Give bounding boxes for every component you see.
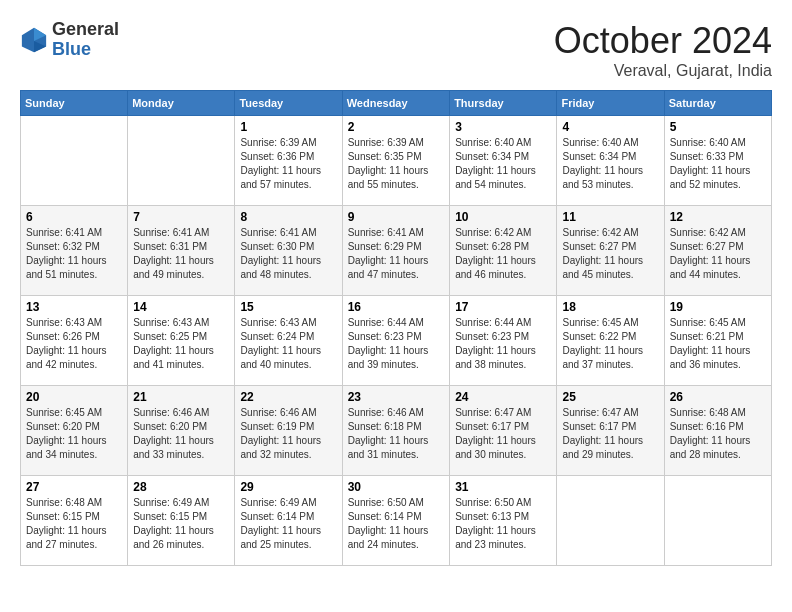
calendar-cell: 9 Sunrise: 6:41 AMSunset: 6:29 PMDayligh… <box>342 206 449 296</box>
day-info: Sunrise: 6:50 AMSunset: 6:14 PMDaylight:… <box>348 496 444 552</box>
calendar-cell: 16 Sunrise: 6:44 AMSunset: 6:23 PMDaylig… <box>342 296 449 386</box>
day-info: Sunrise: 6:46 AMSunset: 6:20 PMDaylight:… <box>133 406 229 462</box>
day-number: 3 <box>455 120 551 134</box>
calendar-cell: 13 Sunrise: 6:43 AMSunset: 6:26 PMDaylig… <box>21 296 128 386</box>
day-info: Sunrise: 6:45 AMSunset: 6:22 PMDaylight:… <box>562 316 658 372</box>
day-info: Sunrise: 6:39 AMSunset: 6:35 PMDaylight:… <box>348 136 444 192</box>
calendar-cell: 10 Sunrise: 6:42 AMSunset: 6:28 PMDaylig… <box>450 206 557 296</box>
calendar-cell <box>21 116 128 206</box>
day-info: Sunrise: 6:42 AMSunset: 6:27 PMDaylight:… <box>562 226 658 282</box>
calendar-cell: 12 Sunrise: 6:42 AMSunset: 6:27 PMDaylig… <box>664 206 771 296</box>
weekday-header: Thursday <box>450 91 557 116</box>
day-info: Sunrise: 6:43 AMSunset: 6:24 PMDaylight:… <box>240 316 336 372</box>
calendar-cell: 24 Sunrise: 6:47 AMSunset: 6:17 PMDaylig… <box>450 386 557 476</box>
day-info: Sunrise: 6:50 AMSunset: 6:13 PMDaylight:… <box>455 496 551 552</box>
day-info: Sunrise: 6:42 AMSunset: 6:27 PMDaylight:… <box>670 226 766 282</box>
day-number: 12 <box>670 210 766 224</box>
calendar-cell: 11 Sunrise: 6:42 AMSunset: 6:27 PMDaylig… <box>557 206 664 296</box>
day-number: 13 <box>26 300 122 314</box>
calendar-cell: 4 Sunrise: 6:40 AMSunset: 6:34 PMDayligh… <box>557 116 664 206</box>
day-info: Sunrise: 6:41 AMSunset: 6:31 PMDaylight:… <box>133 226 229 282</box>
day-info: Sunrise: 6:39 AMSunset: 6:36 PMDaylight:… <box>240 136 336 192</box>
calendar-cell <box>128 116 235 206</box>
weekday-header: Monday <box>128 91 235 116</box>
calendar-cell: 17 Sunrise: 6:44 AMSunset: 6:23 PMDaylig… <box>450 296 557 386</box>
calendar-cell: 29 Sunrise: 6:49 AMSunset: 6:14 PMDaylig… <box>235 476 342 566</box>
calendar-cell: 8 Sunrise: 6:41 AMSunset: 6:30 PMDayligh… <box>235 206 342 296</box>
day-number: 19 <box>670 300 766 314</box>
title-block: October 2024 Veraval, Gujarat, India <box>554 20 772 80</box>
day-number: 6 <box>26 210 122 224</box>
day-info: Sunrise: 6:45 AMSunset: 6:21 PMDaylight:… <box>670 316 766 372</box>
day-number: 22 <box>240 390 336 404</box>
day-info: Sunrise: 6:40 AMSunset: 6:33 PMDaylight:… <box>670 136 766 192</box>
day-info: Sunrise: 6:43 AMSunset: 6:26 PMDaylight:… <box>26 316 122 372</box>
page-header: General Blue October 2024 Veraval, Gujar… <box>20 20 772 80</box>
calendar-cell: 2 Sunrise: 6:39 AMSunset: 6:35 PMDayligh… <box>342 116 449 206</box>
day-info: Sunrise: 6:42 AMSunset: 6:28 PMDaylight:… <box>455 226 551 282</box>
calendar-cell: 3 Sunrise: 6:40 AMSunset: 6:34 PMDayligh… <box>450 116 557 206</box>
calendar-cell: 20 Sunrise: 6:45 AMSunset: 6:20 PMDaylig… <box>21 386 128 476</box>
day-info: Sunrise: 6:47 AMSunset: 6:17 PMDaylight:… <box>562 406 658 462</box>
day-number: 18 <box>562 300 658 314</box>
day-number: 4 <box>562 120 658 134</box>
day-info: Sunrise: 6:46 AMSunset: 6:18 PMDaylight:… <box>348 406 444 462</box>
calendar-cell: 26 Sunrise: 6:48 AMSunset: 6:16 PMDaylig… <box>664 386 771 476</box>
calendar-cell: 6 Sunrise: 6:41 AMSunset: 6:32 PMDayligh… <box>21 206 128 296</box>
calendar-cell: 1 Sunrise: 6:39 AMSunset: 6:36 PMDayligh… <box>235 116 342 206</box>
day-number: 30 <box>348 480 444 494</box>
calendar-cell <box>557 476 664 566</box>
day-number: 14 <box>133 300 229 314</box>
day-info: Sunrise: 6:40 AMSunset: 6:34 PMDaylight:… <box>562 136 658 192</box>
calendar-cell: 14 Sunrise: 6:43 AMSunset: 6:25 PMDaylig… <box>128 296 235 386</box>
day-info: Sunrise: 6:46 AMSunset: 6:19 PMDaylight:… <box>240 406 336 462</box>
day-number: 20 <box>26 390 122 404</box>
calendar-cell: 28 Sunrise: 6:49 AMSunset: 6:15 PMDaylig… <box>128 476 235 566</box>
day-number: 2 <box>348 120 444 134</box>
weekday-header: Friday <box>557 91 664 116</box>
day-info: Sunrise: 6:49 AMSunset: 6:14 PMDaylight:… <box>240 496 336 552</box>
day-number: 24 <box>455 390 551 404</box>
calendar-week-row: 1 Sunrise: 6:39 AMSunset: 6:36 PMDayligh… <box>21 116 772 206</box>
weekday-header: Tuesday <box>235 91 342 116</box>
calendar-cell: 5 Sunrise: 6:40 AMSunset: 6:33 PMDayligh… <box>664 116 771 206</box>
day-info: Sunrise: 6:43 AMSunset: 6:25 PMDaylight:… <box>133 316 229 372</box>
logo-icon <box>20 26 48 54</box>
day-number: 10 <box>455 210 551 224</box>
calendar-cell: 7 Sunrise: 6:41 AMSunset: 6:31 PMDayligh… <box>128 206 235 296</box>
day-number: 25 <box>562 390 658 404</box>
day-info: Sunrise: 6:49 AMSunset: 6:15 PMDaylight:… <box>133 496 229 552</box>
calendar-week-row: 27 Sunrise: 6:48 AMSunset: 6:15 PMDaylig… <box>21 476 772 566</box>
day-info: Sunrise: 6:41 AMSunset: 6:32 PMDaylight:… <box>26 226 122 282</box>
calendar-cell: 21 Sunrise: 6:46 AMSunset: 6:20 PMDaylig… <box>128 386 235 476</box>
day-number: 11 <box>562 210 658 224</box>
calendar-cell: 25 Sunrise: 6:47 AMSunset: 6:17 PMDaylig… <box>557 386 664 476</box>
day-info: Sunrise: 6:45 AMSunset: 6:20 PMDaylight:… <box>26 406 122 462</box>
day-number: 8 <box>240 210 336 224</box>
day-number: 9 <box>348 210 444 224</box>
calendar-cell <box>664 476 771 566</box>
logo: General Blue <box>20 20 119 60</box>
day-info: Sunrise: 6:47 AMSunset: 6:17 PMDaylight:… <box>455 406 551 462</box>
weekday-header: Saturday <box>664 91 771 116</box>
calendar-table: SundayMondayTuesdayWednesdayThursdayFrid… <box>20 90 772 566</box>
calendar-cell: 18 Sunrise: 6:45 AMSunset: 6:22 PMDaylig… <box>557 296 664 386</box>
day-info: Sunrise: 6:48 AMSunset: 6:15 PMDaylight:… <box>26 496 122 552</box>
calendar-cell: 30 Sunrise: 6:50 AMSunset: 6:14 PMDaylig… <box>342 476 449 566</box>
calendar-week-row: 6 Sunrise: 6:41 AMSunset: 6:32 PMDayligh… <box>21 206 772 296</box>
day-info: Sunrise: 6:41 AMSunset: 6:29 PMDaylight:… <box>348 226 444 282</box>
calendar-cell: 22 Sunrise: 6:46 AMSunset: 6:19 PMDaylig… <box>235 386 342 476</box>
calendar-cell: 23 Sunrise: 6:46 AMSunset: 6:18 PMDaylig… <box>342 386 449 476</box>
day-info: Sunrise: 6:44 AMSunset: 6:23 PMDaylight:… <box>455 316 551 372</box>
calendar-cell: 31 Sunrise: 6:50 AMSunset: 6:13 PMDaylig… <box>450 476 557 566</box>
weekday-header-row: SundayMondayTuesdayWednesdayThursdayFrid… <box>21 91 772 116</box>
day-number: 15 <box>240 300 336 314</box>
day-info: Sunrise: 6:44 AMSunset: 6:23 PMDaylight:… <box>348 316 444 372</box>
day-number: 16 <box>348 300 444 314</box>
day-number: 31 <box>455 480 551 494</box>
day-number: 7 <box>133 210 229 224</box>
calendar-cell: 27 Sunrise: 6:48 AMSunset: 6:15 PMDaylig… <box>21 476 128 566</box>
calendar-week-row: 20 Sunrise: 6:45 AMSunset: 6:20 PMDaylig… <box>21 386 772 476</box>
day-number: 17 <box>455 300 551 314</box>
day-number: 28 <box>133 480 229 494</box>
